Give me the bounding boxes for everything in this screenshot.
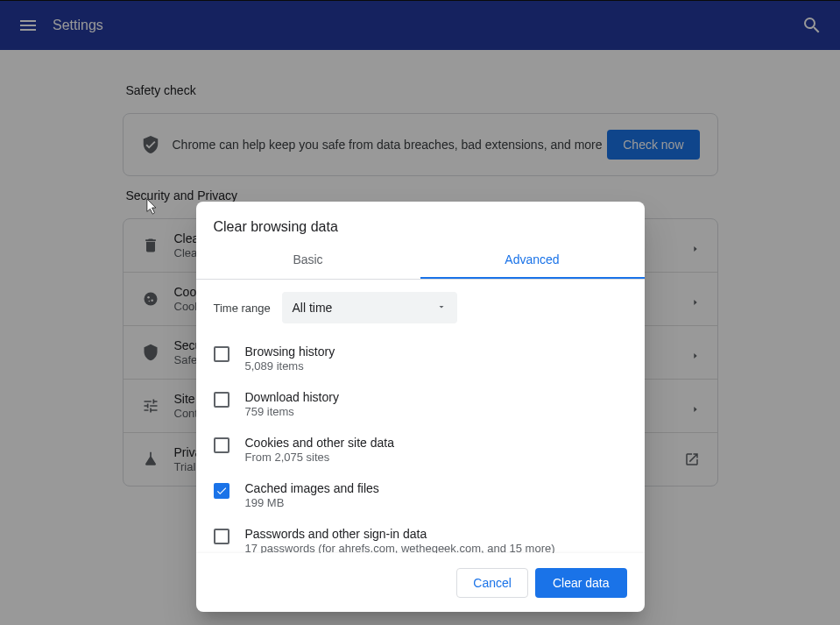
dialog-tabs: Basic Advanced [196,242,645,280]
checkbox[interactable] [214,529,229,544]
time-range-select[interactable]: All time [282,292,457,323]
check-row[interactable]: Cached images and files199 MB [196,472,645,518]
checkbox[interactable] [214,437,229,453]
check-sub: 199 MB [245,496,627,509]
time-range-value: All time [293,301,333,315]
checkbox[interactable] [214,392,229,408]
tab-basic[interactable]: Basic [196,242,420,279]
tab-advanced[interactable]: Advanced [420,242,645,279]
dialog-title: Clear browsing data [196,202,645,242]
check-title: Passwords and other sign-in data [245,527,627,541]
check-sub: 5,089 items [245,359,627,373]
dialog-footer: Cancel Clear data [196,553,645,612]
check-title: Browsing history [245,344,627,359]
clear-data-button[interactable]: Clear data [535,568,627,598]
check-sub: From 2,075 sites [245,451,627,464]
time-range-label: Time range [214,302,282,315]
dialog-body[interactable]: Time range All time Browsing history5,08… [196,280,645,553]
clear-data-dialog: Clear browsing data Basic Advanced Time … [196,202,645,612]
check-row[interactable]: Cookies and other site dataFrom 2,075 si… [196,427,645,472]
checkbox[interactable] [214,483,229,499]
check-title: Cookies and other site data [245,436,627,450]
checkbox[interactable] [214,346,229,362]
check-row[interactable]: Download history759 items [196,381,645,427]
check-title: Cached images and files [245,481,627,495]
check-sub: 759 items [245,405,627,418]
modal-overlay[interactable]: Clear browsing data Basic Advanced Time … [0,0,840,625]
dropdown-arrow-icon [436,301,447,315]
check-sub: 17 passwords (for ahrefs.com, wethegeek.… [245,542,627,553]
check-row[interactable]: Passwords and other sign-in data17 passw… [196,518,645,553]
check-title: Download history [245,390,627,404]
cancel-button[interactable]: Cancel [456,568,528,598]
time-range-row: Time range All time [196,280,645,336]
check-row[interactable]: Browsing history5,089 items [196,336,645,381]
